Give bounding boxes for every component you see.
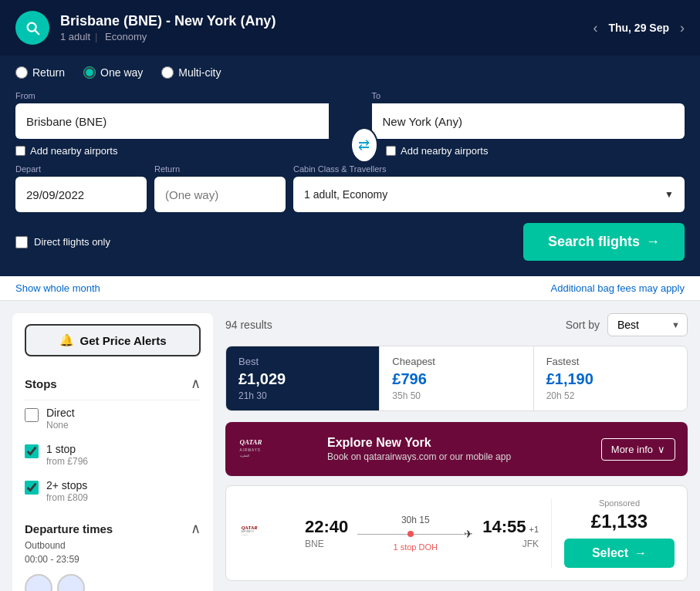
tab-cheapest-duration: 35h 50 (392, 390, 520, 401)
svg-text:AIRWAYS: AIRWAYS (241, 530, 253, 533)
direct-label: Direct (46, 407, 75, 419)
line-seg-right (414, 534, 464, 535)
nearby-from-label[interactable]: Add nearby airports (15, 145, 370, 157)
search-form: Return One way Multi-city From ⇄ To Add (0, 56, 700, 276)
oneway-radio[interactable]: One way (83, 66, 143, 79)
outbound-range: 00:00 - 23:59 (25, 554, 201, 568)
tab-fastest-label: Fastest (546, 356, 675, 367)
via-airport: DOH (419, 542, 438, 552)
cabin-select[interactable]: 1 adult, Economy (293, 177, 685, 212)
promo-subtitle: Book on qatarairways.com or our mobile a… (327, 451, 589, 462)
qatar-promo-text: Explore New York Book on qatarairways.co… (327, 436, 589, 462)
swap-area: ⇄ (336, 91, 364, 139)
search-arrow-icon: → (646, 234, 660, 250)
bell-icon: 🔔 (59, 333, 74, 347)
sort-wrapper: Best Cheapest Fastest ▼ (607, 313, 688, 336)
return-radio-input[interactable] (15, 66, 28, 79)
stops-toggle-button[interactable]: ∧ (191, 375, 201, 392)
line-seg-left (357, 534, 407, 535)
multicity-radio[interactable]: Multi-city (161, 66, 221, 79)
dates-cabin-row: Depart Return Cabin Class & Travellers 1… (15, 164, 685, 212)
select-label: Select (592, 546, 628, 560)
nearby-to-checkbox[interactable] (386, 146, 396, 156)
direct-checkbox[interactable] (25, 408, 39, 422)
arrive-time: 14:55 (482, 517, 526, 537)
search-button-label: Search flights (548, 234, 640, 250)
direct-flights-checkbox[interactable] (15, 236, 28, 248)
price-alert-button[interactable]: 🔔 Get Price Alerts (25, 324, 201, 356)
main-content: 94 results Sort by Best Cheapest Fastest… (225, 313, 688, 591)
times-row: 22:40 BNE 30h 15 ✈ (305, 515, 539, 552)
header-sub: 1 adult Economy (60, 31, 582, 42)
promo-title: Explore New York (327, 436, 589, 450)
stops-header: Stops ∧ (25, 364, 201, 400)
arrive-col: 14:55 +1 JFK (482, 517, 539, 549)
tab-best[interactable]: Best £1,029 21h 30 (226, 346, 380, 410)
to-input[interactable] (372, 103, 685, 139)
return-label: Return (154, 164, 286, 174)
tab-best-label: Best (238, 356, 367, 367)
tab-cheapest[interactable]: Cheapest £796 35h 50 (380, 346, 533, 410)
search-flights-button[interactable]: Search flights → (523, 223, 685, 261)
results-meta: 94 results Sort by Best Cheapest Fastest… (225, 313, 688, 336)
to-group: To (372, 91, 685, 139)
depart-input[interactable] (15, 177, 147, 212)
direct-flights-label[interactable]: Direct flights only (15, 236, 110, 248)
qatar-promo-banner: QATAR AIRWAYS القطرية Explore New York B… (225, 422, 688, 476)
from-input[interactable] (15, 103, 329, 139)
route-title: Brisbane (BNE) - New York (Any) (60, 13, 582, 29)
multicity-radio-input[interactable] (161, 66, 174, 79)
more-info-chevron-icon: ∨ (658, 444, 665, 455)
from-to-row: From ⇄ To (15, 91, 685, 139)
tab-fastest-duration: 20h 52 (546, 390, 675, 401)
current-date: Thu, 29 Sep (608, 22, 669, 34)
nearby-from-checkbox[interactable] (15, 146, 25, 156)
one-stop-sub: from £796 (46, 456, 88, 467)
from-group: From (15, 91, 329, 139)
departure-times-section: Departure times ∧ Outbound 00:00 - 23:59 (12, 509, 213, 591)
from-to-inputs (15, 103, 329, 139)
tab-best-duration: 21h 30 (238, 390, 367, 401)
nearby-to-label[interactable]: Add nearby airports (386, 145, 488, 157)
cabin-wrapper: 1 adult, Economy ▼ (293, 177, 685, 212)
one-stop-info: 1 stop from £796 (46, 443, 88, 467)
return-radio[interactable]: Return (15, 66, 65, 79)
svg-text:AIRWAYS: AIRWAYS (240, 448, 261, 452)
one-stop-label: 1 stop (46, 443, 88, 455)
oneway-radio-input[interactable] (83, 66, 96, 79)
next-date-button[interactable]: › (680, 20, 685, 36)
more-info-label: More info (611, 444, 653, 455)
svg-text:القطرية: القطرية (241, 534, 247, 536)
time-range-row (25, 574, 201, 591)
passenger-count: 1 adult (60, 31, 97, 42)
flight-card: QATAR AIRWAYS القطرية 22:40 BNE 30h 15 (225, 485, 688, 581)
flight-tabs: Best £1,029 21h 30 Cheapest £796 35h 50 … (225, 346, 688, 411)
prev-date-button[interactable]: ‹ (593, 20, 597, 36)
svg-text:القطرية: القطرية (240, 454, 249, 458)
select-button[interactable]: Select → (564, 539, 675, 568)
stop-info: 1 stop DOH (393, 542, 437, 552)
one-stop-checkbox[interactable] (25, 444, 39, 458)
time-circle-start (25, 574, 52, 591)
price-alert-label: Get Price Alerts (80, 334, 167, 347)
two-plus-stop-checkbox[interactable] (25, 481, 39, 495)
flight-price: £1,133 (564, 511, 675, 532)
tab-fastest-price: £1,190 (546, 370, 675, 388)
to-label: To (372, 91, 685, 100)
swap-button[interactable]: ⇄ (350, 127, 378, 163)
qatar-airways-logo: QATAR AIRWAYS القطرية (238, 433, 315, 462)
return-input[interactable] (154, 177, 286, 212)
sub-bar: Show whole month Additional bag fees may… (0, 276, 700, 301)
show-whole-month-link[interactable]: Show whole month (15, 282, 100, 294)
qatar-card-logo: QATAR AIRWAYS القطرية (241, 521, 291, 542)
additional-fees-link[interactable]: Additional bag fees may apply (551, 282, 685, 294)
departure-times-toggle[interactable]: ∧ (191, 520, 201, 537)
sort-select[interactable]: Best Cheapest Fastest (607, 313, 688, 336)
more-info-button[interactable]: More info ∨ (601, 438, 675, 461)
cabin-class: Economy (105, 31, 147, 42)
tab-fastest[interactable]: Fastest £1,190 20h 52 (534, 346, 687, 410)
cabin-field: Cabin Class & Travellers 1 adult, Econom… (293, 164, 685, 212)
nearby-to-text: Add nearby airports (401, 145, 488, 157)
depart-label: Depart (15, 164, 147, 174)
search-icon (15, 11, 49, 45)
